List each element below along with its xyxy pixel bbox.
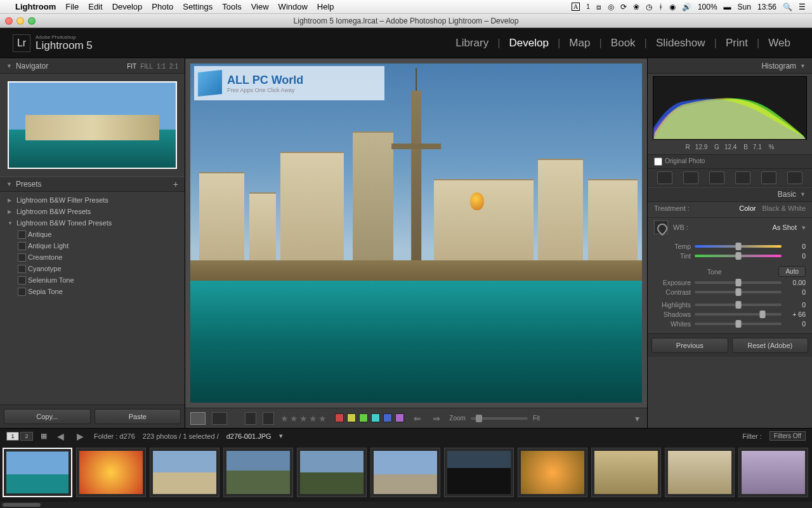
label-green[interactable] (359, 413, 368, 422)
shadows-slider[interactable] (695, 313, 782, 316)
auto-tone-button[interactable]: Auto (778, 266, 806, 277)
preset-item[interactable]: Sepia Tone (0, 286, 185, 297)
navigator-header[interactable]: ▼ Navigator FIT FILL 1:1 2:1 (0, 58, 185, 74)
thumbnail[interactable] (150, 448, 219, 497)
label-yellow[interactable] (347, 413, 356, 422)
notification-icon[interactable]: ☰ (799, 3, 806, 11)
module-map[interactable]: Map (560, 37, 599, 50)
dropdown-icon[interactable]: ▾ (802, 224, 806, 232)
label-purple[interactable] (395, 413, 404, 422)
evernote-icon[interactable]: ❀ (633, 3, 639, 11)
clock-icon[interactable]: ◷ (646, 3, 652, 11)
module-develop[interactable]: Develop (501, 37, 558, 50)
menu-settings[interactable]: Settings (183, 2, 213, 11)
prev-photo-button[interactable]: ⇐ (414, 413, 421, 424)
battery-icon[interactable]: ▬ (724, 3, 731, 11)
radial-tool[interactable] (761, 171, 776, 184)
volume-icon[interactable]: 🔊 (682, 3, 691, 11)
wb-eyedropper[interactable] (654, 220, 668, 234)
preset-item[interactable]: Antique Light (0, 240, 185, 251)
image-canvas[interactable]: ALL PC WorldFree Apps One Click Away (190, 64, 642, 403)
toolbar-menu-button[interactable]: ▾ (635, 413, 639, 424)
wifi-icon[interactable]: ◉ (669, 3, 676, 11)
paste-button[interactable]: Paste (95, 409, 181, 424)
preset-group[interactable]: Lightroom B&W Toned Presets (0, 217, 185, 229)
copy-button[interactable]: Copy... (4, 409, 91, 424)
histogram-header[interactable]: Histogram ▼ (648, 58, 812, 74)
gradient-tool[interactable] (735, 171, 750, 184)
menu-photo[interactable]: Photo (152, 2, 173, 11)
redeye-tool[interactable] (709, 171, 724, 184)
filmstrip-scrollbar[interactable] (0, 502, 812, 508)
nav-fit[interactable]: FIT (127, 63, 136, 70)
thumbnail[interactable] (591, 448, 661, 497)
label-teal[interactable] (371, 413, 380, 422)
current-file[interactable]: d276-001.JPG (226, 432, 272, 440)
next-photo-button[interactable]: ⇒ (433, 413, 440, 424)
folder-label[interactable]: Folder : d276 (94, 432, 135, 440)
original-photo-toggle[interactable]: Original Photo (648, 154, 812, 169)
brush-tool[interactable] (787, 171, 802, 184)
thumbnail[interactable] (738, 448, 808, 497)
grid-icon[interactable]: ▦ (41, 432, 47, 440)
filter-select[interactable]: Filters Off (769, 431, 806, 441)
treatment-color[interactable]: Color (739, 204, 756, 212)
treatment-bw[interactable]: Black & White (763, 204, 806, 212)
thumbnail[interactable] (76, 448, 146, 497)
previous-button[interactable]: Previous (652, 338, 728, 353)
tint-slider[interactable] (695, 255, 782, 257)
module-book[interactable]: Book (602, 37, 645, 50)
module-print[interactable]: Print (717, 37, 757, 50)
menu-help[interactable]: Help (317, 2, 334, 11)
nav-1to1[interactable]: 1:1 (157, 63, 166, 70)
contrast-slider[interactable] (695, 291, 782, 293)
cc-icon[interactable]: ◎ (608, 3, 614, 11)
original-checkbox[interactable] (654, 157, 662, 166)
menu-window[interactable]: Window (278, 2, 308, 11)
wb-select[interactable]: As Shot (772, 224, 797, 231)
temp-slider[interactable] (695, 245, 782, 248)
menu-develop[interactable]: Develop (112, 2, 143, 11)
module-web[interactable]: Web (759, 37, 799, 50)
preset-item[interactable]: Creamtone (0, 251, 185, 263)
display-2[interactable]: 2 (20, 432, 33, 441)
preset-item[interactable]: Cyanotype (0, 263, 185, 274)
menu-file[interactable]: File (65, 2, 79, 11)
rating-stars[interactable]: ★★★★★ (280, 413, 328, 424)
navigator-preview[interactable] (8, 81, 177, 169)
menuextra-a-icon[interactable]: A (572, 3, 580, 11)
label-red[interactable] (335, 413, 344, 422)
histogram[interactable] (653, 76, 807, 140)
spot-tool[interactable] (683, 171, 698, 184)
sync-icon[interactable]: ⟳ (620, 3, 627, 11)
zoom-slider[interactable] (471, 417, 528, 420)
module-slideshow[interactable]: Slideshow (647, 37, 714, 50)
thumbnail[interactable] (370, 448, 440, 497)
label-blue[interactable] (383, 413, 392, 422)
presets-header[interactable]: ▼ Presets + (0, 177, 185, 192)
fs-next[interactable]: ▶ (77, 431, 84, 441)
basic-header[interactable]: Basic ▼ (648, 187, 812, 202)
before-after-button[interactable] (212, 412, 227, 425)
fs-prev[interactable]: ◀ (57, 431, 64, 441)
thumbnail[interactable] (665, 448, 735, 497)
flag-pick-button[interactable] (245, 412, 256, 425)
menu-edit[interactable]: Edit (88, 2, 102, 11)
add-preset-button[interactable]: + (173, 179, 178, 189)
thumbnail[interactable] (444, 448, 514, 497)
nav-fill[interactable]: FILL (140, 63, 153, 70)
flag-reject-button[interactable] (263, 412, 274, 425)
reset-button[interactable]: Reset (Adobe) (732, 338, 809, 353)
highlights-slider[interactable] (695, 304, 782, 306)
whites-slider[interactable] (695, 323, 782, 325)
preset-group[interactable]: Lightroom B&W Presets (0, 206, 185, 217)
thumbnail[interactable] (223, 448, 293, 497)
preset-group[interactable]: Lightroom B&W Filter Presets (0, 194, 185, 206)
filmstrip[interactable] (0, 443, 812, 502)
preset-item[interactable]: Selenium Tone (0, 274, 185, 286)
bluetooth-icon[interactable]: ᚼ (658, 3, 663, 11)
thumbnail[interactable] (3, 448, 72, 497)
crop-tool[interactable] (657, 171, 672, 184)
loupe-view-button[interactable] (190, 412, 206, 425)
display-1[interactable]: 1 (6, 432, 19, 441)
